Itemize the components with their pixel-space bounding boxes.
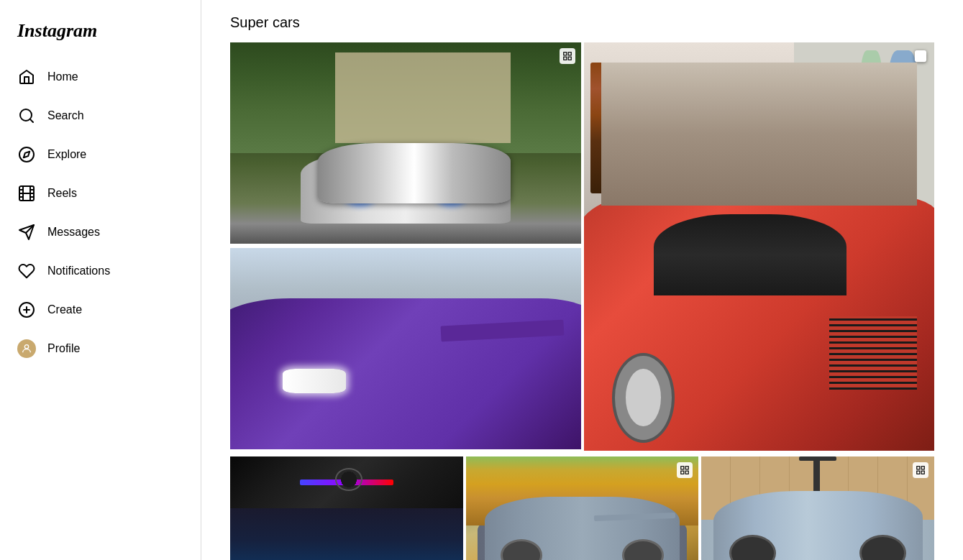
sidebar-item-messages[interactable]: Messages [9,214,192,250]
create-icon [17,300,36,319]
photo-grid [230,42,934,560]
svg-rect-21 [563,57,566,60]
svg-line-1 [30,119,33,122]
svg-rect-32 [681,471,684,474]
svg-rect-30 [685,467,688,469]
notifications-icon [17,262,36,280]
search-icon [17,106,36,125]
sidebar-item-create[interactable]: Create [9,292,192,328]
home-icon [17,68,36,86]
grid-item-grey-porsche[interactable] [466,456,699,560]
svg-rect-29 [681,467,684,469]
page-title: Super cars [230,14,934,31]
main-content: Super cars [201,0,963,560]
sidebar-item-label: Messages [47,226,100,239]
svg-rect-35 [921,471,924,474]
svg-rect-31 [685,471,688,474]
sidebar-item-label: Search [47,109,84,122]
grid-item-silver-porsche[interactable] [701,456,934,560]
sidebar-item-reels[interactable]: Reels [9,175,192,211]
sidebar-item-explore[interactable]: Explore [9,137,192,173]
reels-badge [913,48,928,64]
grid-top-left [230,42,581,451]
app-logo[interactable]: Instagram [9,12,192,59]
sidebar-item-home[interactable]: Home [9,59,192,95]
sidebar: Instagram Home Search [0,0,201,560]
sidebar-item-label: Profile [47,342,80,355]
svg-rect-36 [917,471,920,474]
sidebar-item-label: Reels [47,187,77,200]
multi-post-badge-2 [677,462,693,478]
nav-items: Home Search Explore [9,59,192,367]
svg-rect-20 [568,57,571,60]
sidebar-item-label: Create [47,303,82,316]
avatar [17,339,36,358]
svg-rect-18 [563,52,566,55]
grid-top-section [230,42,934,451]
grid-bottom-section [230,456,934,560]
explore-icon [17,145,36,164]
svg-rect-34 [921,467,924,469]
grid-item-ferrari[interactable] [584,42,935,451]
grid-item-skyline[interactable] [230,248,581,451]
multi-post-badge [560,48,575,64]
svg-rect-19 [568,52,571,55]
messages-icon [17,223,36,242]
sidebar-item-profile[interactable]: Profile [9,331,192,367]
svg-rect-33 [917,467,920,469]
grid-item-black-bmw[interactable] [230,456,463,560]
sidebar-item-label: Explore [47,148,86,161]
sidebar-item-search[interactable]: Search [9,98,192,134]
sidebar-item-notifications[interactable]: Notifications [9,253,192,289]
sidebar-item-label: Home [47,70,78,83]
grid-item-bmw[interactable] [230,42,581,245]
reels-icon [17,184,36,203]
svg-point-2 [19,147,34,162]
multi-post-badge-3 [913,462,928,478]
svg-marker-3 [24,152,29,157]
svg-point-17 [24,345,28,349]
sidebar-item-label: Notifications [47,265,110,277]
